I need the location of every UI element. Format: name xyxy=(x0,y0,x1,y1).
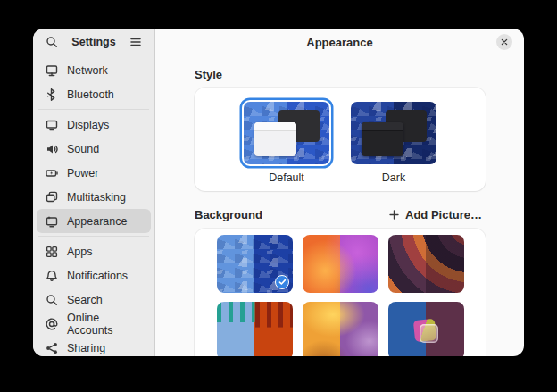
notifications-icon xyxy=(45,269,59,283)
displays-icon xyxy=(45,118,59,132)
sidebar-item-label: Power xyxy=(67,167,98,179)
main-menu-button[interactable] xyxy=(126,32,145,52)
search-icon xyxy=(45,35,59,49)
style-option-label: Default xyxy=(269,171,304,184)
close-button[interactable] xyxy=(496,34,512,50)
check-icon xyxy=(278,279,287,286)
sidebar-item-sharing[interactable]: Sharing xyxy=(37,336,151,356)
multitasking-icon xyxy=(45,190,59,204)
plus-icon xyxy=(388,209,400,221)
sidebar-title: Settings xyxy=(62,36,126,48)
sidebar-item-label: Search xyxy=(67,294,103,306)
sidebar-item-label: Apps xyxy=(67,246,93,258)
sidebar-separator xyxy=(38,109,149,110)
sidebar-item-bluetooth[interactable]: Bluetooth xyxy=(37,82,151,106)
sidebar-item-label: Bluetooth xyxy=(67,88,114,101)
close-icon xyxy=(499,37,510,47)
sidebar-item-label: Displays xyxy=(67,119,109,131)
style-card: Default Dark xyxy=(195,88,486,191)
sidebar: Settings Network xyxy=(33,29,155,356)
sidebar-item-power[interactable]: Power xyxy=(37,161,151,185)
style-option-default[interactable]: Default xyxy=(244,102,329,191)
wallpaper-grid xyxy=(217,235,463,356)
appearance-icon xyxy=(45,214,59,229)
wallpaper-gold-purple-blobs[interactable] xyxy=(303,302,378,356)
sidebar-item-search[interactable]: Search xyxy=(37,288,151,312)
sidebar-item-label: Sharing xyxy=(67,342,105,354)
power-icon xyxy=(45,166,59,180)
desktop-background: Settings Network xyxy=(0,0,557,392)
online-accounts-icon xyxy=(45,317,59,331)
content-area: Style Default Dark xyxy=(155,55,524,356)
preview-window-front xyxy=(362,122,403,156)
background-card xyxy=(195,229,486,356)
sidebar-item-notifications[interactable]: Notifications xyxy=(37,263,151,288)
style-section-label: Style xyxy=(195,68,486,81)
sidebar-item-apps[interactable]: Apps xyxy=(37,239,151,263)
background-section-header: Background Add Picture… xyxy=(195,207,486,221)
sidebar-item-label: Notifications xyxy=(67,270,128,282)
search-button[interactable] xyxy=(42,32,62,52)
sidebar-item-label: Online Accounts xyxy=(67,312,143,337)
style-default-preview xyxy=(244,102,329,164)
add-picture-label: Add Picture… xyxy=(405,208,482,221)
style-option-dark[interactable]: Dark xyxy=(351,102,436,191)
add-picture-button[interactable]: Add Picture… xyxy=(385,206,486,223)
wallpaper-glass-cube[interactable] xyxy=(388,302,464,356)
sidebar-item-network[interactable]: Network xyxy=(37,58,151,82)
sidebar-item-label: Network xyxy=(67,64,108,77)
sharing-icon xyxy=(45,341,59,355)
style-dark-preview xyxy=(351,102,436,164)
sidebar-item-label: Appearance xyxy=(67,215,127,228)
page-title: Appearance xyxy=(306,36,372,49)
wallpaper-blue-orange-drips[interactable] xyxy=(217,302,293,356)
hamburger-menu-icon xyxy=(129,35,143,49)
sidebar-header: Settings xyxy=(33,29,154,55)
sidebar-item-appearance[interactable]: Appearance xyxy=(37,209,151,233)
background-section-label: Background xyxy=(195,208,262,221)
wallpaper-dark-waves[interactable] xyxy=(388,235,464,293)
appearance-panel: Appearance Style Default xyxy=(155,29,524,356)
selected-check-badge xyxy=(275,275,289,289)
bluetooth-icon xyxy=(45,88,59,102)
sidebar-item-multitasking[interactable]: Multitasking xyxy=(37,185,151,209)
settings-window: Settings Network xyxy=(33,29,524,356)
sidebar-item-sound[interactable]: Sound xyxy=(37,137,151,161)
sidebar-item-label: Sound xyxy=(67,143,99,155)
headerbar: Appearance xyxy=(155,29,524,55)
sidebar-item-online-accounts[interactable]: Online Accounts xyxy=(37,312,151,336)
network-icon xyxy=(45,63,59,78)
sound-icon xyxy=(45,142,59,156)
sidebar-list: Network Bluetooth Displays xyxy=(33,55,154,356)
preview-window-front xyxy=(254,122,296,156)
sidebar-separator xyxy=(38,236,149,237)
apps-icon xyxy=(45,245,59,259)
sidebar-item-label: Multitasking xyxy=(67,191,126,204)
style-option-label: Dark xyxy=(382,171,405,184)
wallpaper-orange-magenta[interactable] xyxy=(303,235,378,293)
sidebar-item-displays[interactable]: Displays xyxy=(37,113,151,137)
wallpaper-blue-triangles[interactable] xyxy=(217,235,293,293)
search-icon xyxy=(45,293,59,307)
